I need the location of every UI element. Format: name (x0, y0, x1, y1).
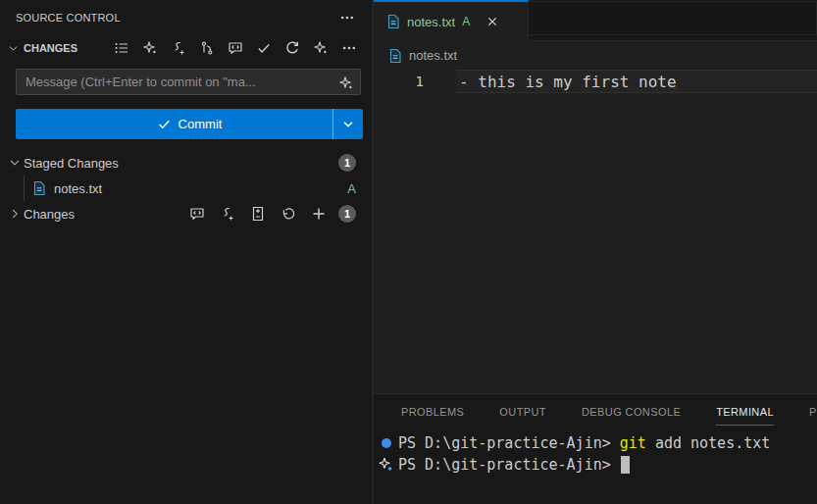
refresh-button[interactable] (281, 37, 303, 59)
editor-group: notes.txt A notes.txt 1 - this is my fir… (374, 0, 817, 504)
changes-section-label: CHANGES (24, 42, 77, 54)
more-actions-button[interactable] (336, 7, 358, 28)
discard-icon (281, 206, 296, 222)
bottom-panel: PROBLEMS OUTPUT DEBUG CONSOLE TERMINAL P… (374, 393, 817, 504)
staged-changes-badge: 1 (338, 154, 356, 172)
tab-label: notes.txt (407, 15, 455, 29)
staged-changes-row[interactable]: Staged Changes 1 (0, 150, 372, 176)
panel-tab-problems[interactable]: PROBLEMS (401, 406, 464, 426)
staged-file-name: notes.txt (54, 181, 102, 196)
empty-tab-strip (529, 1, 817, 35)
sparkle-icon (142, 40, 158, 56)
more-icon (341, 40, 357, 56)
close-icon (485, 15, 499, 28)
terminal-cursor (621, 456, 630, 474)
commit-button-label: Commit (179, 117, 223, 131)
indent-guide (24, 176, 25, 201)
editor-tabbar: notes.txt A (374, 0, 817, 41)
create-branch-button[interactable] (168, 37, 189, 59)
sidebar-header: SOURCE CONTROL (0, 0, 372, 34)
comment-code-icon (189, 206, 205, 222)
discard-changes-button[interactable] (278, 203, 299, 225)
stage-all-button[interactable] (247, 203, 269, 225)
changes-row[interactable]: Changes (0, 201, 372, 227)
commit-dropdown-button[interactable] (332, 109, 363, 139)
terminal-sparkle-icon (374, 456, 398, 474)
panel-tab-debug-console[interactable]: DEBUG CONSOLE (582, 406, 681, 426)
git-status-added: A (347, 181, 356, 196)
source-control-sidebar: SOURCE CONTROL CHANGES (0, 0, 374, 504)
code-line-1: 1 - this is my first note (374, 70, 817, 93)
panel-tab-ports[interactable]: PORTS (809, 406, 817, 426)
commit-message-input[interactable] (16, 69, 361, 95)
staged-changes-label: Staged Changes (24, 156, 119, 171)
file-icon (385, 14, 401, 29)
changes-section-header[interactable]: CHANGES (0, 36, 372, 60)
changes-badge: 1 (338, 205, 356, 223)
create-branch-button[interactable] (217, 203, 238, 225)
code-area: 1 - this is my first note (374, 70, 817, 93)
terminal-command-args: add notes.txt (646, 434, 770, 452)
list-icon (114, 40, 129, 56)
source-control-graph-button[interactable] (196, 37, 218, 59)
chevron-down-icon (4, 37, 22, 59)
panel-tabbar: PROBLEMS OUTPUT DEBUG CONSOLE TERMINAL P… (374, 394, 817, 426)
line-number: 1 (374, 70, 456, 93)
commit-message-wrap (16, 69, 361, 95)
comment-button[interactable] (186, 203, 208, 225)
terminal-prompt: PS D:\git-practice-Ajin> (398, 434, 620, 452)
more-icon (339, 10, 355, 25)
commit-button[interactable]: Commit (16, 109, 363, 139)
tab-close-button[interactable] (482, 11, 503, 32)
file-icon (387, 48, 403, 64)
comment-code-icon (228, 40, 243, 56)
comment-button[interactable] (225, 37, 246, 59)
sparkle-secondary-button[interactable] (310, 37, 332, 59)
changes-toolbar (111, 37, 360, 59)
view-as-list-button[interactable] (111, 37, 132, 59)
prompt-circle-icon (374, 438, 398, 448)
check-icon (157, 117, 172, 131)
plus-icon (311, 206, 327, 222)
scm-tree: Staged Changes 1 notes.txt A Changes (0, 150, 372, 227)
staged-file-row[interactable]: notes.txt A (0, 176, 372, 201)
sparkle-icon (338, 76, 354, 91)
changes-row-actions (186, 203, 330, 225)
generate-commit-message-button[interactable] (335, 73, 357, 94)
copilot-sparkle-button[interactable] (139, 37, 161, 59)
terminal[interactable]: PS D:\git-practice-Ajin> git add notes.t… (374, 432, 817, 476)
vscode-window: SOURCE CONTROL CHANGES (0, 0, 817, 504)
commit-check-button[interactable] (253, 37, 275, 59)
check-icon (256, 40, 272, 56)
panel-tab-output[interactable]: OUTPUT (499, 406, 546, 426)
chevron-down-icon (6, 156, 24, 170)
line-content[interactable]: - this is my first note (456, 70, 817, 93)
sparkle-icon (313, 40, 329, 56)
terminal-line-2: PS D:\git-practice-Ajin> (374, 454, 817, 476)
tab-git-status-added: A (462, 15, 470, 28)
terminal-line-1: PS D:\git-practice-Ajin> git add notes.t… (374, 432, 817, 454)
chevron-right-icon (6, 207, 24, 221)
add-button[interactable] (308, 203, 330, 225)
tab-notes-txt[interactable]: notes.txt A (374, 0, 529, 41)
branch-create-icon (171, 40, 186, 56)
changes-label: Changes (24, 207, 75, 222)
breadcrumb[interactable]: notes.txt (374, 41, 817, 70)
branch-create-icon (220, 206, 235, 222)
section-more-button[interactable] (338, 37, 360, 59)
refresh-icon (284, 40, 300, 56)
file-icon (31, 180, 47, 196)
chevron-down-icon (341, 118, 355, 131)
diff-file-icon (250, 206, 266, 222)
panel-tab-terminal[interactable]: TERMINAL (716, 406, 774, 426)
sidebar-title: SOURCE CONTROL (16, 12, 121, 24)
source-control-graph-icon (199, 40, 215, 56)
terminal-prompt: PS D:\git-practice-Ajin> (398, 456, 620, 474)
terminal-command-git: git (620, 434, 646, 452)
breadcrumb-file-name: notes.txt (409, 48, 457, 63)
